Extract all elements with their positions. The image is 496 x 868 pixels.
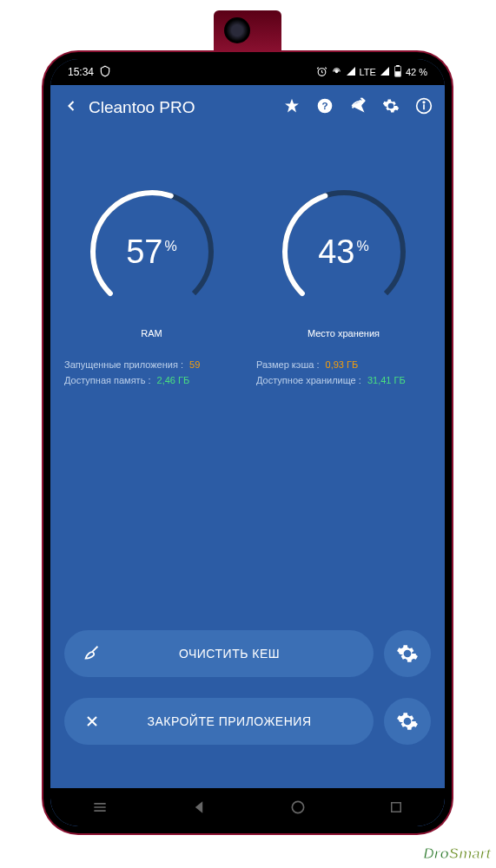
avail-storage-label: Доступное хранилище : [256,375,361,385]
app-bar: Cleantoo PRO ? [50,85,445,130]
ram-value: 57 [126,233,162,271]
storage-pct: % [357,239,369,254]
settings-icon[interactable] [382,97,400,118]
clear-cache-button[interactable]: ОЧИСТИТЬ КЕШ [64,630,374,677]
avail-mem-value: 2,46 ГБ [157,375,190,385]
info-icon[interactable] [415,97,433,118]
popup-camera [214,10,281,52]
storage-label: Место хранения [308,328,380,339]
svg-rect-3 [397,65,400,66]
avail-storage-value: 31,41 ГБ [367,375,406,385]
close-icon [82,711,103,732]
signal-icon [346,66,356,78]
ram-pct: % [165,239,177,254]
battery-icon [393,65,402,79]
nav-bar [50,788,445,826]
actions: ОЧИСТИТЬ КЕШ ЗАКРОЙТЕ ПРИЛОЖЕНИЯ [64,630,431,745]
signal2-icon [380,66,390,78]
shield-icon [99,65,111,80]
nav-menu-icon[interactable] [91,799,109,816]
network-label: LTE [360,67,376,77]
cache-size-value: 0,93 ГБ [326,359,359,370]
close-apps-label: ЗАКРОЙТЕ ПРИЛОЖЕНИЯ [103,714,356,728]
close-apps-settings-button[interactable] [384,698,431,745]
running-apps-value: 59 [189,359,200,370]
close-apps-button[interactable]: ЗАКРОЙТЕ ПРИЛОЖЕНИЯ [64,698,374,745]
svg-text:?: ? [321,100,327,111]
svg-point-1 [335,70,337,72]
clear-cache-label: ОЧИСТИТЬ КЕШ [103,647,356,661]
back-icon[interactable] [63,97,80,118]
content: 57 % RAM 43 % [50,130,445,788]
hotspot-icon [331,66,342,79]
status-time: 15:34 [68,66,94,78]
stats: Запущенные приложения : 59 Доступная пам… [64,359,431,391]
gauges: 57 % RAM 43 % [64,182,431,339]
storage-value: 43 [318,233,354,271]
cache-size-label: Размер кэша : [256,359,319,370]
share-icon[interactable] [349,97,367,118]
help-icon[interactable]: ? [316,97,334,118]
storage-gauge[interactable]: 43 % Место хранения [256,182,431,339]
battery-pct: 42 % [406,67,427,77]
ram-gauge[interactable]: 57 % RAM [64,182,239,339]
status-bar: 15:34 LTE [50,59,445,85]
svg-point-17 [292,801,303,812]
running-apps-label: Запущенные приложения : [64,359,183,370]
nav-back-icon[interactable] [190,799,208,816]
nav-recent-icon[interactable] [388,799,404,815]
svg-rect-18 [392,803,401,812]
app-title: Cleantoo PRO [89,98,283,117]
avail-mem-label: Доступная память : [64,375,151,385]
svg-rect-4 [395,72,400,76]
clear-cache-settings-button[interactable] [384,630,431,677]
screen: 15:34 LTE [50,59,445,826]
broom-icon [82,643,103,664]
nav-home-icon[interactable] [289,799,307,816]
svg-point-9 [423,102,425,103]
alarm-icon [316,66,327,79]
ram-label: RAM [141,328,162,339]
star-icon[interactable] [283,97,301,118]
phone-frame: 15:34 LTE [43,52,452,833]
watermark: DroSmart [424,845,491,863]
